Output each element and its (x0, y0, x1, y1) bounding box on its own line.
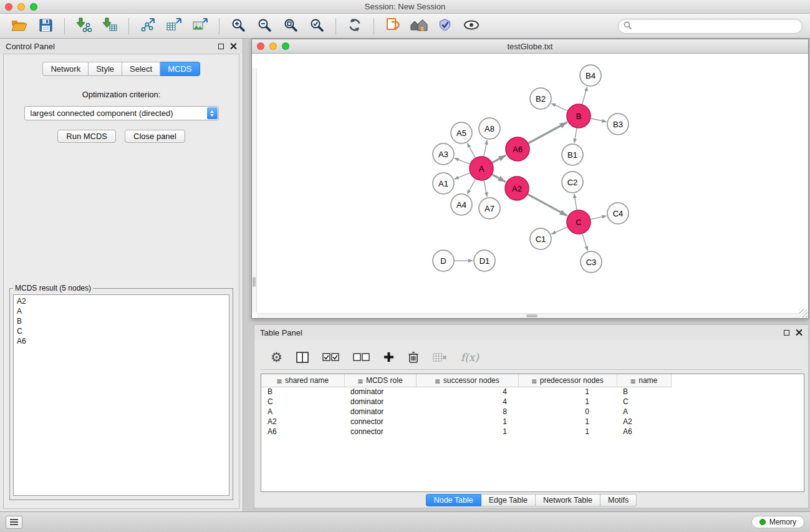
run-mcds-button[interactable]: Run MCDS (57, 130, 116, 143)
graph-edge-B-B2[interactable] (551, 104, 567, 111)
graph-edge-A-A5[interactable] (467, 143, 475, 158)
graph-edge-B-B4[interactable] (582, 87, 587, 104)
network-zoom-button[interactable] (282, 42, 289, 50)
add-column-button[interactable] (383, 352, 394, 362)
graph-node-A6[interactable]: A6 (506, 137, 529, 161)
zoom-in-button[interactable] (226, 16, 250, 36)
open-session-button[interactable] (7, 16, 31, 36)
result-item[interactable]: A2 (17, 296, 226, 306)
graph-node-D[interactable]: D (433, 250, 454, 271)
graph-node-B3[interactable]: B3 (607, 114, 629, 135)
tab-motifs[interactable]: Motifs (600, 494, 637, 506)
export-table-button[interactable] (162, 16, 186, 36)
network-minimize-button[interactable] (269, 42, 277, 50)
graph-node-C3[interactable]: C3 (581, 251, 602, 273)
tab-style[interactable]: Style (89, 62, 122, 76)
open-recent-session-button[interactable] (381, 16, 405, 36)
column-header-successor-nodes[interactable]: ▦successor nodes (416, 374, 518, 387)
zoom-out-button[interactable] (253, 16, 276, 36)
tab-mcds[interactable]: MCDS (160, 62, 200, 76)
deselect-all-button[interactable] (353, 352, 370, 362)
graph-edge-C-C2[interactable] (574, 194, 577, 210)
graph-node-A1[interactable]: A1 (433, 173, 454, 194)
search-field[interactable] (618, 19, 803, 34)
vertical-scrollbar[interactable] (252, 68, 257, 312)
task-history-button[interactable] (6, 516, 22, 529)
import-network-button[interactable] (72, 16, 95, 36)
graph-edge-A-A3[interactable] (455, 158, 470, 164)
graph-edge-C-C4[interactable] (591, 216, 607, 220)
graph-node-C1[interactable]: C1 (530, 228, 551, 249)
graph-node-C[interactable]: C (567, 210, 591, 234)
zoom-window-button[interactable] (30, 3, 37, 11)
memory-button[interactable]: Memory (751, 516, 804, 528)
table-row[interactable]: Cdominator41C (261, 397, 671, 407)
close-panel-button[interactable]: Close panel (125, 130, 185, 143)
graph-node-B[interactable]: B (567, 104, 591, 128)
result-item[interactable]: A6 (17, 336, 226, 346)
tab-select[interactable]: Select (122, 62, 160, 76)
node-table-container[interactable]: ▦shared name▦MCDS role▦successor nodes▦p… (261, 374, 804, 492)
table-row[interactable]: Adominator80A (261, 407, 671, 417)
horizontal-scrollbar[interactable] (257, 313, 799, 318)
graph-edge-A-A6[interactable] (493, 155, 506, 163)
tab-network[interactable]: Network (42, 62, 89, 76)
export-network-button[interactable] (136, 16, 160, 36)
graph-node-A3[interactable]: A3 (433, 143, 454, 165)
save-session-button[interactable] (34, 16, 57, 36)
graph-node-C2[interactable]: C2 (562, 172, 583, 193)
graph-node-D1[interactable]: D1 (474, 250, 495, 271)
tab-node-table[interactable]: Node Table (426, 494, 481, 506)
graph-edge-A-A2[interactable] (492, 175, 505, 182)
graph-edge-A2-C[interactable] (528, 195, 567, 216)
minimize-window-button[interactable] (17, 3, 25, 11)
graph-edge-A-A1[interactable] (455, 173, 470, 179)
network-window-titlebar[interactable]: testGlobe.txt (252, 39, 808, 54)
table-row[interactable]: A6connector11A6 (261, 427, 671, 437)
vertical-scrollbar-thumb[interactable] (253, 277, 256, 287)
result-item[interactable]: B (17, 316, 226, 326)
tab-network-table[interactable]: Network Table (536, 494, 600, 506)
table-row[interactable]: A2connector11A2 (261, 417, 671, 427)
graph-node-B2[interactable]: B2 (530, 88, 551, 109)
graph-node-A7[interactable]: A7 (479, 198, 500, 219)
close-window-button[interactable] (5, 3, 12, 11)
graph-edge-C-C3[interactable] (582, 234, 587, 251)
select-all-button[interactable] (322, 352, 339, 362)
graph-node-A2[interactable]: A2 (505, 177, 529, 200)
network-graph[interactable]: B4B2BB3A5A8A6B1A3AC2A1A2A4A7C4CC1DD1C3 (252, 54, 808, 318)
function-builder-button[interactable]: f(x) (461, 351, 479, 364)
graph-edge-A-A7[interactable] (484, 181, 487, 197)
graph-node-A8[interactable]: A8 (479, 118, 500, 139)
graph-node-B1[interactable]: B1 (562, 144, 583, 165)
graph-edge-A-A8[interactable] (484, 140, 487, 157)
result-item[interactable]: C (17, 326, 226, 336)
window-titlebar[interactable]: Session: New Session (0, 0, 810, 14)
graph-edge-B-B1[interactable] (574, 128, 577, 143)
result-item[interactable]: A (17, 306, 226, 316)
graph-node-C4[interactable]: C4 (607, 203, 629, 224)
delete-table-button[interactable] (433, 352, 447, 362)
graph-node-B4[interactable]: B4 (580, 65, 601, 86)
graph-edge-A-A4[interactable] (467, 180, 475, 195)
table-row[interactable]: Bdominator41B (261, 387, 671, 397)
validate-button[interactable] (433, 16, 457, 36)
graph-node-A4[interactable]: A4 (451, 194, 472, 215)
close-table-panel-icon[interactable] (796, 329, 803, 336)
graph-node-A5[interactable]: A5 (451, 122, 472, 143)
delete-column-button[interactable] (408, 351, 419, 364)
show-hide-button[interactable] (460, 16, 483, 36)
criterion-dropdown[interactable]: largest connected component (directed) (24, 106, 219, 120)
column-header-name[interactable]: ▦name (617, 374, 671, 387)
table-settings-button[interactable]: ⚙ (271, 351, 282, 364)
search-input[interactable] (635, 22, 797, 31)
resize-grip[interactable] (799, 309, 808, 317)
graph-edge-A6-B[interactable] (529, 122, 567, 143)
import-table-button[interactable] (98, 16, 122, 36)
graph-edge-B-B3[interactable] (591, 118, 607, 122)
zoom-selected-button[interactable] (305, 16, 329, 36)
mcds-result-list[interactable]: A2ABCA6 (13, 294, 229, 496)
show-columns-button[interactable] (296, 352, 309, 363)
column-header-predecessor-nodes[interactable]: ▦predecessor nodes (518, 374, 617, 387)
zoom-fit-button[interactable] (279, 16, 302, 36)
